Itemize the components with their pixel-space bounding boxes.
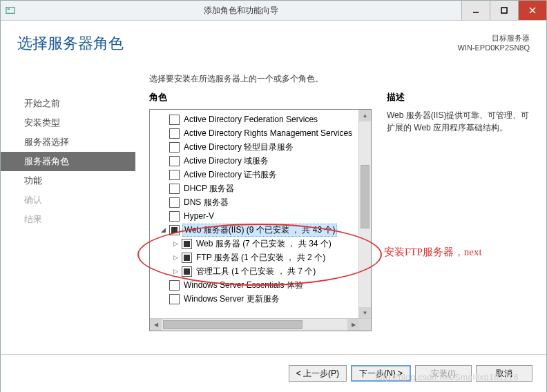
- wizard-footer: < 上一步(P) 下一步(N) > 安装(I) 取消 http://blog.c…: [1, 354, 546, 392]
- role-row[interactable]: Active Directory Federation Services: [151, 112, 371, 126]
- sidebar-item-6: 结果: [1, 210, 135, 229]
- svg-rect-0: [6, 8, 15, 14]
- role-checkbox[interactable]: [169, 197, 180, 208]
- minimize-button[interactable]: [461, 1, 490, 20]
- roles-tree[interactable]: Active Directory Federation ServicesActi…: [149, 109, 372, 331]
- description-text: Web 服务器(IIS)提供可靠、可管理、可扩展的 Web 应用程序基础结构。: [387, 109, 535, 134]
- role-checkbox[interactable]: [169, 184, 180, 194]
- roles-heading: 角色: [149, 91, 372, 104]
- expander-spacer: [160, 116, 166, 123]
- role-label: Web 服务器(IIS) (9 个已安装 ， 共 43 个): [182, 224, 337, 237]
- role-checkbox[interactable]: [169, 170, 180, 180]
- scroll-thumb[interactable]: [361, 165, 370, 228]
- sidebar-item-2[interactable]: 服务器选择: [1, 133, 135, 152]
- sidebar-item-0[interactable]: 开始之前: [1, 94, 135, 113]
- role-checkbox[interactable]: [169, 294, 180, 304]
- expander-spacer: [160, 213, 166, 219]
- expander-spacer: [160, 199, 166, 206]
- vertical-scrollbar[interactable]: ▲ ▼: [358, 110, 371, 319]
- expander-spacer: [160, 144, 166, 150]
- role-row[interactable]: ◢Web 服务器(IIS) (9 个已安装 ， 共 43 个): [151, 223, 371, 237]
- role-label: Windows Server 更新服务: [182, 293, 281, 305]
- wizard-body: 选择服务器角色 目标服务器 WIN-EPD0KP2SN8Q 开始之前安装类型服务…: [1, 21, 546, 392]
- role-checkbox[interactable]: [169, 115, 180, 125]
- maximize-button[interactable]: [490, 1, 518, 20]
- sidebar-item-3[interactable]: 服务器角色: [1, 152, 135, 171]
- role-row[interactable]: ▷管理工具 (1 个已安装 ， 共 7 个): [151, 264, 371, 278]
- wizard-main: 选择要安装在所选服务器上的一个或多个角色。 角色 Active Director…: [135, 73, 546, 355]
- intro-text: 选择要安装在所选服务器上的一个或多个角色。: [149, 73, 323, 85]
- role-row[interactable]: ▷Web 服务器 (7 个已安装 ， 共 34 个): [151, 237, 371, 251]
- scroll-left-icon[interactable]: ◀: [150, 319, 162, 331]
- role-label: DHCP 服务器: [182, 183, 236, 195]
- previous-button[interactable]: < 上一步(P): [289, 365, 347, 382]
- titlebar: 添加角色和功能向导: [1, 1, 546, 21]
- page-title: 选择服务器角色: [17, 33, 124, 54]
- sidebar-item-1[interactable]: 安装类型: [1, 113, 135, 133]
- sidebar-item-4[interactable]: 功能: [1, 171, 135, 190]
- sidebar-item-5: 确认: [1, 190, 135, 210]
- expander-spacer: [160, 185, 166, 192]
- role-row[interactable]: Windows Server 更新服务: [151, 292, 371, 306]
- expander-closed-icon[interactable]: ▷: [172, 268, 179, 275]
- role-row[interactable]: DNS 服务器: [151, 195, 371, 209]
- role-label: 管理工具 (1 个已安装 ， 共 7 个): [195, 266, 317, 277]
- target-server-name: WIN-EPD0KP2SN8Q: [457, 43, 530, 52]
- role-label: Hyper-V: [182, 211, 215, 221]
- horizontal-scrollbar[interactable]: ◀ ▶: [150, 318, 371, 331]
- wizard-header: 选择服务器角色 目标服务器 WIN-EPD0KP2SN8Q: [1, 21, 546, 63]
- role-row[interactable]: ▷FTP 服务器 (1 个已安装 ， 共 2 个): [151, 251, 371, 264]
- expander-spacer: [160, 282, 166, 288]
- svg-rect-3: [501, 8, 507, 13]
- role-checkbox[interactable]: [182, 266, 192, 277]
- next-button[interactable]: 下一步(N) >: [351, 365, 411, 382]
- close-button[interactable]: [518, 1, 546, 20]
- scroll-down-icon[interactable]: ▼: [359, 307, 371, 319]
- wizard-window: 添加角色和功能向导 选择服务器角色 目标服务器 WIN-EPD0KP2SN8Q …: [0, 0, 547, 392]
- role-row[interactable]: Active Directory Rights Management Servi…: [151, 126, 371, 140]
- expander-spacer: [160, 130, 166, 137]
- role-label: FTP 服务器 (1 个已安装 ， 共 2 个): [195, 252, 327, 264]
- role-checkbox[interactable]: [182, 253, 192, 263]
- role-row[interactable]: Hyper-V: [151, 209, 371, 223]
- expander-spacer: [160, 171, 166, 178]
- expander-spacer: [160, 157, 166, 164]
- role-checkbox[interactable]: [169, 142, 180, 153]
- role-label: Active Directory 轻型目录服务: [182, 141, 295, 153]
- roles-column: 角色 Active Directory Federation ServicesA…: [149, 73, 372, 355]
- target-server-info: 目标服务器 WIN-EPD0KP2SN8Q: [457, 33, 530, 52]
- expander-closed-icon[interactable]: ▷: [172, 240, 179, 247]
- role-row[interactable]: Windows Server Essentials 体验: [151, 278, 371, 292]
- window-controls: [461, 1, 546, 20]
- role-checkbox[interactable]: [169, 211, 180, 222]
- install-button[interactable]: 安装(I): [415, 365, 472, 382]
- role-row[interactable]: Active Directory 域服务: [151, 154, 371, 168]
- expander-closed-icon[interactable]: ▷: [172, 254, 179, 261]
- scroll-right-icon[interactable]: ▶: [347, 319, 359, 331]
- role-label: Web 服务器 (7 个已安装 ， 共 34 个): [195, 238, 333, 250]
- hscroll-thumb[interactable]: [163, 320, 303, 329]
- app-icon: [1, 6, 20, 15]
- description-heading: 描述: [387, 91, 535, 104]
- role-row[interactable]: DHCP 服务器: [151, 182, 371, 195]
- target-server-label: 目标服务器: [457, 33, 530, 43]
- scroll-up-icon[interactable]: ▲: [359, 110, 371, 121]
- expander-spacer: [160, 295, 166, 302]
- role-checkbox[interactable]: [169, 225, 180, 235]
- role-checkbox[interactable]: [182, 239, 192, 249]
- role-checkbox[interactable]: [169, 128, 180, 139]
- role-label: Active Directory 域服务: [182, 155, 270, 167]
- role-row[interactable]: Active Directory 轻型目录服务: [151, 140, 371, 154]
- cancel-button[interactable]: 取消: [476, 365, 532, 382]
- expander-open-icon[interactable]: ◢: [160, 226, 166, 233]
- role-row[interactable]: Active Directory 证书服务: [151, 168, 371, 182]
- role-checkbox[interactable]: [169, 280, 180, 291]
- scroll-corner: [359, 319, 371, 331]
- role-label: Active Directory Federation Services: [182, 115, 319, 124]
- description-column: 描述 Web 服务器(IIS)提供可靠、可管理、可扩展的 Web 应用程序基础结…: [387, 73, 535, 355]
- role-label: Active Directory Rights Management Servi…: [182, 128, 354, 138]
- svg-rect-1: [8, 8, 10, 10]
- wizard-content: 开始之前安装类型服务器选择服务器角色功能确认结果 选择要安装在所选服务器上的一个…: [1, 73, 546, 355]
- role-checkbox[interactable]: [169, 156, 180, 166]
- role-label: DNS 服务器: [182, 197, 230, 208]
